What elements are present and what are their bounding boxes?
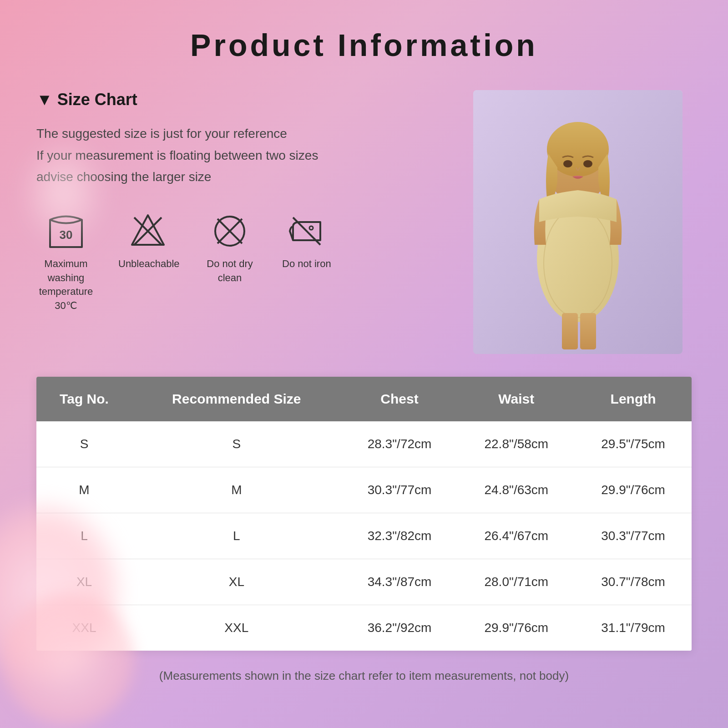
col-tag-no: Tag No. bbox=[36, 377, 132, 421]
cell-recommended-3: XL bbox=[132, 559, 341, 605]
cell-length-2: 30.3"/77cm bbox=[575, 513, 692, 559]
cell-length-4: 31.1"/79cm bbox=[575, 605, 692, 651]
care-icon-bleach: Unbleachable bbox=[118, 211, 177, 271]
size-table: Tag No. Recommended Size Chest Waist Len… bbox=[36, 377, 692, 651]
page-title: Product Information bbox=[36, 27, 692, 63]
cell-chest-3: 34.3"/87cm bbox=[341, 559, 458, 605]
col-recommended-size: Recommended Size bbox=[132, 377, 341, 421]
right-content bbox=[455, 90, 692, 354]
dry-clean-label: Do not dry clean bbox=[200, 257, 259, 285]
decorative-fluff-top bbox=[18, 136, 109, 250]
iron-label: Do not iron bbox=[282, 257, 331, 271]
cell-waist-2: 26.4"/67cm bbox=[458, 513, 575, 559]
svg-point-15 bbox=[563, 160, 572, 167]
svg-point-7 bbox=[309, 226, 313, 230]
size-chart-title: ▼ Size Chart bbox=[36, 90, 137, 109]
table-row: SS28.3"/72cm22.8"/58cm29.5"/75cm bbox=[36, 421, 692, 467]
cell-waist-3: 28.0"/71cm bbox=[458, 559, 575, 605]
table-row: LL32.3"/82cm26.4"/67cm30.3"/77cm bbox=[36, 513, 692, 559]
wash-label: Maximum washingtemperature 30℃ bbox=[36, 257, 96, 313]
col-chest: Chest bbox=[341, 377, 458, 421]
table-row: MM30.3"/77cm24.8"/63cm29.9"/76cm bbox=[36, 467, 692, 513]
model-svg bbox=[473, 90, 682, 354]
bleach-label: Unbleachable bbox=[118, 257, 177, 271]
cell-waist-0: 22.8"/58cm bbox=[458, 421, 575, 467]
no-dry-clean-icon bbox=[209, 211, 250, 252]
cell-recommended-1: M bbox=[132, 467, 341, 513]
desc-line1: The suggested size is just for your refe… bbox=[36, 123, 437, 145]
table-header: Tag No. Recommended Size Chest Waist Len… bbox=[36, 377, 692, 421]
cell-tag-0: S bbox=[36, 421, 132, 467]
cell-chest-4: 36.2"/92cm bbox=[341, 605, 458, 651]
cell-recommended-4: XXL bbox=[132, 605, 341, 651]
cell-length-0: 29.5"/75cm bbox=[575, 421, 692, 467]
size-chart-header: ▼ Size Chart bbox=[36, 90, 437, 109]
care-icon-dry-clean: Do not dry clean bbox=[200, 211, 259, 285]
cell-chest-2: 32.3"/82cm bbox=[341, 513, 458, 559]
cell-recommended-0: S bbox=[132, 421, 341, 467]
table-row: XLXL34.3"/87cm28.0"/71cm30.7"/78cm bbox=[36, 559, 692, 605]
no-iron-icon bbox=[286, 211, 327, 252]
no-bleach-icon bbox=[127, 211, 168, 252]
cell-recommended-2: L bbox=[132, 513, 341, 559]
top-section: ▼ Size Chart The suggested size is just … bbox=[36, 90, 692, 354]
svg-rect-17 bbox=[562, 313, 578, 349]
model-image bbox=[473, 90, 682, 354]
decorative-fluff-bottom bbox=[0, 592, 136, 728]
cell-length-1: 29.9"/76cm bbox=[575, 467, 692, 513]
svg-rect-18 bbox=[580, 313, 596, 349]
cell-waist-4: 29.9"/76cm bbox=[458, 605, 575, 651]
table-header-row: Tag No. Recommended Size Chest Waist Len… bbox=[36, 377, 692, 421]
cell-length-3: 30.7"/78cm bbox=[575, 559, 692, 605]
size-table-container: Tag No. Recommended Size Chest Waist Len… bbox=[36, 377, 692, 651]
table-body: SS28.3"/72cm22.8"/58cm29.5"/75cmMM30.3"/… bbox=[36, 421, 692, 651]
col-length: Length bbox=[575, 377, 692, 421]
cell-chest-1: 30.3"/77cm bbox=[341, 467, 458, 513]
cell-chest-0: 28.3"/72cm bbox=[341, 421, 458, 467]
cell-waist-1: 24.8"/63cm bbox=[458, 467, 575, 513]
svg-point-16 bbox=[583, 160, 592, 167]
col-waist: Waist bbox=[458, 377, 575, 421]
page-container: Product Information ▼ Size Chart The sug… bbox=[0, 0, 728, 728]
care-icon-iron: Do not iron bbox=[282, 211, 331, 271]
